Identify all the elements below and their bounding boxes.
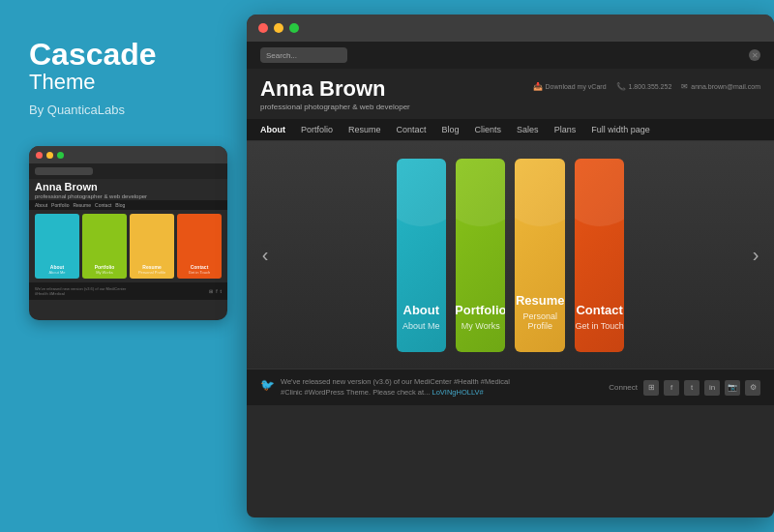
address-text: Search... [266,51,297,60]
next-arrow[interactable]: › [742,242,769,269]
hero-card-contact-label: Contact [576,303,622,317]
footer-connect: Connect ⊞ f t in 📷 ⚙ [609,380,760,396]
tweet-content: We've released new version (v3.6) of our… [281,377,532,398]
nav-item-clients[interactable]: Clients [475,125,502,134]
tweet-link[interactable]: LoVINgHOLLV# [432,388,483,397]
small-footer-social: ⊞ f t [209,288,222,294]
small-dot-red [36,152,43,159]
small-card-contact-sub: Get in Touch [189,270,210,275]
small-preview-window: Anna Brown professional photographer & w… [29,146,227,320]
nav-item-portfolio[interactable]: Portfolio [301,125,333,134]
vcard-text: Download my vCard [546,83,607,90]
twitter-bird-icon: 🐦 [260,378,275,392]
nav-item-resume[interactable]: Resume [348,125,381,134]
small-site-desc: professional photographer & web develope… [29,192,227,200]
small-social-f: f [216,288,217,294]
small-nav-blog: Blog [115,202,125,208]
social-instagram[interactable]: 📷 [725,380,740,396]
small-site-header [29,163,227,179]
social-icons: ⊞ f t in 📷 ⚙ [643,380,760,396]
small-card-contact: Contact Get in Touch [177,214,222,279]
nav-item-plans[interactable]: Plans [554,125,577,134]
nav-item-blog[interactable]: Blog [442,125,460,134]
hero-card-contact-sub: Get in Touch [576,321,624,331]
site-desc: professional photographer & web develope… [260,103,410,111]
small-card-resume-sub: Personal Profile [138,270,165,275]
site-name: Anna Brown [260,76,410,102]
large-preview-window: Search... ✕ Anna Brown professional phot… [247,15,774,517]
theme-title: Cascade [29,39,208,70]
hero-section: ‹ About About Me Portfolio My Works Resu… [247,141,774,369]
hero-card-contact[interactable]: Contact Get in Touch [575,159,624,352]
email-icon: ✉ [681,82,688,91]
social-twitter[interactable]: t [684,380,700,396]
social-facebook[interactable]: f [664,380,679,396]
large-dot-yellow [274,23,283,33]
email-text: anna.brown@mail.com [691,83,760,90]
small-card-resume: Resume Personal Profile [130,214,174,279]
small-card-about: About About Me [35,214,79,279]
social-rss[interactable]: ⊞ [643,380,659,396]
hero-card-about-sub: About Me [402,321,440,331]
small-dot-yellow [46,152,53,159]
close-button[interactable]: ✕ [749,49,760,61]
small-card-about-sub: About Me [48,270,65,275]
profile-left: Anna Brown professional photographer & w… [260,76,410,111]
small-win-bar [29,146,227,163]
vcard-icon: 📥 [533,82,543,91]
nav-item-sales[interactable]: Sales [517,125,539,134]
phone-icon: 📞 [616,82,626,91]
small-card-portfolio-sub: My Works [96,270,113,275]
small-site-name: Anna Brown [29,179,227,192]
nav-item-contact[interactable]: Contact [397,125,427,134]
small-dot-green [57,152,64,159]
small-cards: About About Me Portfolio My Works Resume… [29,210,227,282]
small-nav: About Portfolio Resume Contact Blog [29,200,227,210]
left-panel: Cascade Theme By QuanticaLabs Anna Brown… [0,0,237,532]
profile-right: 📥 Download my vCard 📞 1.800.355.252 ✉ an… [533,82,761,91]
profile-meta-phone: 📞 1.800.355.252 [616,82,672,91]
theme-by: By QuanticaLabs [29,103,208,117]
small-tweet-text: We've released new version (v3.6) of our… [35,286,132,296]
large-address-bar-row: Search... ✕ [247,42,774,69]
hero-card-resume-label: Resume [516,293,565,308]
hero-card-resume[interactable]: Resume Personal Profile [515,159,564,352]
small-nav-contact: Contact [95,202,111,208]
small-search-bar [35,167,93,175]
address-bar[interactable]: Search... [260,47,347,63]
site-footer: 🐦 We've released new version (v3.6) of o… [247,369,774,405]
hero-card-about-label: About [403,303,440,317]
site-nav: About Portfolio Resume Contact Blog Clie… [247,119,774,141]
connect-label: Connect [609,383,638,392]
large-dot-green [289,23,299,33]
small-social-rss: ⊞ [209,288,213,294]
small-nav-resume: Resume [73,202,91,208]
hero-card-portfolio[interactable]: Portfolio My Works [456,159,505,352]
hero-card-about[interactable]: About About Me [397,159,446,352]
hero-card-portfolio-sub: My Works [461,321,500,331]
phone-text: 1.800.355.252 [629,83,672,90]
small-nav-portfolio: Portfolio [51,202,69,208]
theme-subtitle: Theme [29,70,208,95]
large-dot-red [258,23,268,33]
social-settings[interactable]: ⚙ [745,380,760,396]
small-footer: We've released new version (v3.6) of our… [29,282,227,300]
hero-card-resume-sub: Personal Profile [515,311,564,331]
social-linkedin[interactable]: in [704,380,720,396]
small-nav-about: About [35,202,47,208]
nav-item-about[interactable]: About [260,125,285,134]
hero-cards: About About Me Portfolio My Works Resume… [358,159,664,352]
small-card-portfolio: Portfolio My Works [82,214,127,279]
profile-meta-email: ✉ anna.brown@mail.com [681,82,760,91]
small-social-t: t [221,288,222,294]
footer-tweet: 🐦 We've released new version (v3.6) of o… [260,377,609,398]
profile-meta-vcard: 📥 Download my vCard [533,82,607,91]
nav-item-fullwidth[interactable]: Full width page [591,125,650,134]
profile-bar: Anna Brown professional photographer & w… [247,69,774,119]
hero-card-portfolio-label: Portfolio [456,303,505,317]
prev-arrow[interactable]: ‹ [252,242,279,269]
large-win-bar [247,15,774,42]
